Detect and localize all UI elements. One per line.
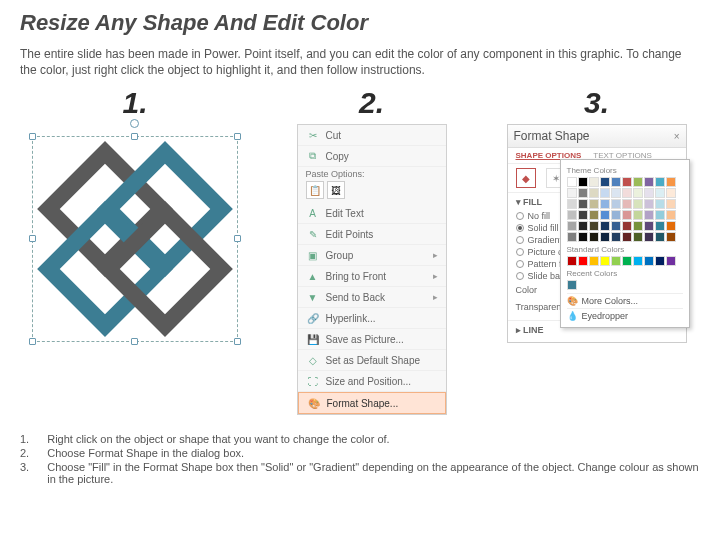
close-icon[interactable]: ×: [674, 131, 680, 142]
color-swatch[interactable]: [655, 256, 665, 266]
color-swatch[interactable]: [622, 232, 632, 242]
color-swatch[interactable]: [622, 221, 632, 231]
color-swatch[interactable]: [600, 177, 610, 187]
color-swatch[interactable]: [644, 177, 654, 187]
recent-colors-grid: [567, 280, 683, 290]
color-swatch[interactable]: [589, 232, 599, 242]
color-swatch[interactable]: [567, 188, 577, 198]
ctx-save-picture[interactable]: 💾Save as Picture...: [298, 329, 446, 350]
ctx-cut[interactable]: ✂Cut: [298, 125, 446, 146]
color-swatch[interactable]: [567, 256, 577, 266]
copy-icon: ⧉: [306, 149, 320, 163]
ctx-format-shape[interactable]: 🎨Format Shape...: [298, 392, 446, 414]
color-swatch[interactable]: [567, 221, 577, 231]
color-swatch[interactable]: [578, 199, 588, 209]
color-swatch[interactable]: [578, 232, 588, 242]
color-swatch[interactable]: [655, 177, 665, 187]
color-swatch[interactable]: [589, 221, 599, 231]
ctx-label: Send to Back: [326, 292, 385, 303]
color-swatch[interactable]: [633, 210, 643, 220]
color-swatch[interactable]: [611, 232, 621, 242]
color-swatch[interactable]: [600, 221, 610, 231]
color-swatch[interactable]: [633, 177, 643, 187]
ctx-set-default[interactable]: ◇Set as Default Shape: [298, 350, 446, 371]
ctx-label: Group: [326, 250, 354, 261]
fill-line-tab-icon[interactable]: ◆: [516, 168, 536, 188]
color-swatch[interactable]: [644, 232, 654, 242]
color-swatch[interactable]: [644, 188, 654, 198]
color-swatch[interactable]: [622, 177, 632, 187]
step-number-2: 2.: [359, 86, 384, 120]
color-swatch[interactable]: [633, 188, 643, 198]
color-swatch[interactable]: [578, 256, 588, 266]
ctx-edit-points[interactable]: ✎Edit Points: [298, 224, 446, 245]
rotate-handle-icon[interactable]: [130, 119, 139, 128]
color-swatch[interactable]: [666, 232, 676, 242]
color-swatch[interactable]: [666, 221, 676, 231]
ctx-size-position[interactable]: ⛶Size and Position...: [298, 371, 446, 392]
color-swatch[interactable]: [567, 210, 577, 220]
paste-option-button[interactable]: 📋: [306, 181, 324, 199]
recent-colors-header: Recent Colors: [567, 269, 683, 278]
color-swatch[interactable]: [655, 188, 665, 198]
color-swatch[interactable]: [655, 210, 665, 220]
color-swatch[interactable]: [567, 232, 577, 242]
color-swatch[interactable]: [589, 199, 599, 209]
color-swatch[interactable]: [655, 221, 665, 231]
color-swatch[interactable]: [644, 210, 654, 220]
color-swatch[interactable]: [600, 199, 610, 209]
ctx-edit-text[interactable]: AEdit Text: [298, 203, 446, 224]
color-swatch[interactable]: [666, 188, 676, 198]
interlocking-diamonds-icon[interactable]: [32, 136, 238, 342]
color-swatch[interactable]: [578, 210, 588, 220]
color-swatch[interactable]: [589, 210, 599, 220]
color-swatch[interactable]: [578, 188, 588, 198]
color-swatch[interactable]: [589, 177, 599, 187]
ctx-copy[interactable]: ⧉Copy: [298, 146, 446, 167]
selected-shape-panel: [20, 124, 250, 354]
color-swatch[interactable]: [567, 280, 577, 290]
color-swatch[interactable]: [567, 177, 577, 187]
color-swatch[interactable]: [611, 199, 621, 209]
link-icon: 🔗: [306, 311, 320, 325]
color-swatch[interactable]: [589, 256, 599, 266]
color-swatch[interactable]: [655, 232, 665, 242]
color-swatch[interactable]: [633, 232, 643, 242]
color-swatch[interactable]: [644, 256, 654, 266]
eyedropper-button[interactable]: 💧Eyedropper: [567, 308, 683, 323]
ctx-bring-front[interactable]: ▲Bring to Front▸: [298, 266, 446, 287]
ctx-group[interactable]: ▣Group▸: [298, 245, 446, 266]
paste-option-button[interactable]: 🖼: [327, 181, 345, 199]
color-swatch[interactable]: [655, 199, 665, 209]
color-swatch[interactable]: [600, 188, 610, 198]
more-colors-button[interactable]: 🎨More Colors...: [567, 293, 683, 308]
color-swatch[interactable]: [611, 188, 621, 198]
color-swatch[interactable]: [644, 221, 654, 231]
color-swatch[interactable]: [600, 210, 610, 220]
color-swatch[interactable]: [633, 256, 643, 266]
color-swatch[interactable]: [600, 232, 610, 242]
color-swatch[interactable]: [666, 256, 676, 266]
color-swatch[interactable]: [666, 210, 676, 220]
color-swatch[interactable]: [578, 221, 588, 231]
ctx-hyperlink[interactable]: 🔗Hyperlink...: [298, 308, 446, 329]
color-swatch[interactable]: [622, 199, 632, 209]
color-swatch[interactable]: [622, 256, 632, 266]
color-swatch[interactable]: [666, 199, 676, 209]
color-swatch[interactable]: [633, 221, 643, 231]
color-swatch[interactable]: [622, 210, 632, 220]
color-swatch[interactable]: [666, 177, 676, 187]
ctx-send-back[interactable]: ▼Send to Back▸: [298, 287, 446, 308]
color-swatch[interactable]: [600, 256, 610, 266]
color-swatch[interactable]: [578, 177, 588, 187]
color-swatch[interactable]: [589, 188, 599, 198]
color-swatch[interactable]: [611, 210, 621, 220]
ctx-label: Save as Picture...: [326, 334, 404, 345]
color-swatch[interactable]: [567, 199, 577, 209]
color-swatch[interactable]: [644, 199, 654, 209]
color-swatch[interactable]: [611, 221, 621, 231]
color-swatch[interactable]: [611, 256, 621, 266]
color-swatch[interactable]: [633, 199, 643, 209]
color-swatch[interactable]: [622, 188, 632, 198]
color-swatch[interactable]: [611, 177, 621, 187]
